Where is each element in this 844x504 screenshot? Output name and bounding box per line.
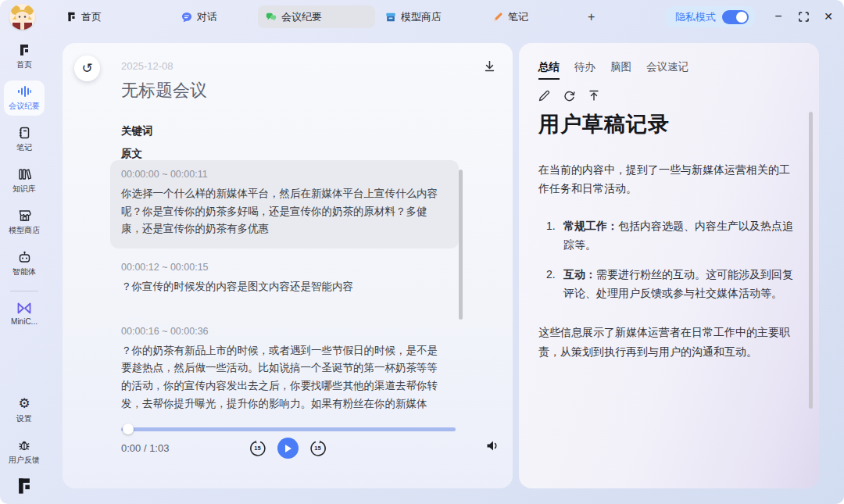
speaker-icon [486, 440, 499, 452]
plus-icon: + [588, 10, 595, 24]
sidebar-item-label: 知识库 [13, 184, 36, 195]
skip-forward-15-button[interactable]: 15 [309, 440, 327, 457]
sidebar-item-label: 首页 [16, 59, 32, 70]
player-controls: 15 15 [63, 438, 513, 459]
segment-text: 你选择一个什么样的新媒体平台，然后在新媒体平台上宣传什么内容呢？你是宣传你的奶茶… [121, 185, 448, 238]
summary-intro: 在当前的内容中，提到了一些与新媒体运营相关的工作任务和日常活动。 [538, 160, 798, 198]
topbar: 首页 对话 会议纪要 模型商店 [0, 0, 844, 33]
tab-model-store-label: 模型商店 [401, 10, 442, 24]
edit-pencil-icon [538, 90, 550, 102]
sidebar-item-label: 用户反馈 [9, 455, 40, 466]
sidebar-item-minicpm[interactable]: MiniC... [4, 298, 45, 330]
transcript-segment[interactable]: 00:00:16 ~ 00:00:36 ？你的奶茶有新品上市的时候，或者遇到一些… [110, 317, 459, 424]
summary-scrollbar[interactable] [809, 112, 813, 409]
list-item-body: 常规工作：包括内容选题、内容生产以及热点追踪等。 [563, 216, 798, 254]
download-button[interactable] [484, 60, 495, 73]
meeting-title[interactable]: 无标题会议 [121, 79, 207, 102]
original-text-label: 原文 [121, 147, 142, 161]
sidebar-item-meeting-notes[interactable]: 会议纪要 [4, 80, 45, 116]
sidebar-item-label: MiniC... [11, 317, 38, 326]
tab-home[interactable]: 首页 [59, 5, 109, 28]
list-item-label: 互动： [563, 268, 596, 281]
chat-bubble-icon [181, 12, 192, 23]
summary-list: 1. 常规工作：包括内容选题、内容生产以及热点追踪等。 2. 互动：需要进行粉丝… [538, 216, 798, 302]
sidebar-item-settings[interactable]: ⚙ 设置 [4, 392, 45, 428]
minicpm-bow-icon [17, 302, 31, 314]
toggle-knob [736, 12, 747, 23]
play-icon [284, 444, 292, 453]
transcript-segment[interactable]: 00:00:00 ~ 00:00:11 你选择一个什么样的新媒体平台，然后在新媒… [110, 160, 459, 248]
tab-mindmap[interactable]: 脑图 [610, 60, 631, 80]
tab-meeting-notes[interactable]: 会议纪要 [258, 5, 375, 28]
maximize-button[interactable] [792, 6, 814, 27]
sidebar-item-notes[interactable]: 笔记 [4, 122, 45, 157]
summary-tabs: 总结 待办 脑图 会议速记 [538, 60, 688, 80]
tab-shorthand[interactable]: 会议速记 [646, 60, 688, 80]
store-icon [385, 12, 396, 23]
robot-icon [18, 251, 31, 263]
tab-todo[interactable]: 待办 [574, 60, 595, 80]
tab-notes[interactable]: 笔记 [485, 5, 536, 28]
list-item-body: 互动：需要进行粉丝的互动。这可能涉及到回复评论、处理用户反馈或参与社交媒体活动等… [563, 265, 798, 302]
tab-summary[interactable]: 总结 [538, 60, 560, 80]
privacy-mode-label: 隐私模式 [675, 10, 716, 24]
segment-timestamp: 00:00:16 ~ 00:00:36 [121, 326, 448, 337]
tab-chat-label: 对话 [197, 10, 217, 24]
privacy-toggle[interactable] [722, 10, 749, 24]
sidebar-item-knowledge-base[interactable]: 知识库 [4, 163, 45, 198]
upload-icon [588, 90, 599, 102]
sidebar-item-model-store[interactable]: 模型商店 [4, 205, 45, 240]
sidebar-item-feedback[interactable]: 用户反馈 [4, 434, 45, 470]
tab-model-store[interactable]: 模型商店 [377, 5, 449, 28]
home-logo-icon [18, 44, 30, 56]
list-item: 1. 常规工作：包括内容选题、内容生产以及热点追踪等。 [546, 216, 798, 254]
brand-f-logo-icon [16, 477, 33, 495]
new-tab-button[interactable]: + [588, 5, 595, 28]
summary-panel: 总结 待办 脑图 会议速记 [519, 43, 819, 488]
meeting-date: 2025-12-08 [121, 60, 173, 72]
slider-thumb[interactable] [123, 424, 134, 434]
user-avatar[interactable] [9, 4, 35, 30]
close-button[interactable]: ✕ [817, 6, 839, 27]
sidebar: 首页 会议纪要 笔记 [0, 33, 48, 504]
skip-forward-arc-icon [309, 440, 327, 457]
maximize-icon [799, 12, 809, 22]
volume-button[interactable] [486, 440, 499, 452]
sidebar-item-label: 模型商店 [9, 225, 40, 236]
minimize-button[interactable]: − [767, 6, 789, 27]
sidebar-item-label: 智能体 [13, 266, 36, 277]
audio-progress-slider[interactable] [121, 427, 456, 431]
transcript-list: 00:00:00 ~ 00:00:11 你选择一个什么样的新媒体平台，然后在新媒… [110, 160, 459, 427]
privacy-mode-pill[interactable]: 隐私模式 [666, 6, 755, 27]
transcript-scrollbar[interactable] [459, 170, 463, 320]
transcript-segment[interactable]: 00:00:12 ~ 00:00:15 ？你宣传的时候发的内容是图文内容还是智能… [110, 253, 459, 306]
regenerate-button[interactable] [563, 90, 575, 102]
pencil-icon [492, 12, 503, 23]
tab-notes-label: 笔记 [508, 10, 528, 24]
summary-body: 在当前的内容中，提到了一些与新媒体运营相关的工作任务和日常活动。 1. 常规工作… [538, 160, 798, 361]
segment-text: ？你的奶茶有新品上市的时候，或者遇到一些节假日的时候，是不是要趁热点，然后做一些… [121, 342, 448, 413]
summary-heading: 用户草稿记录 [538, 110, 670, 138]
skip-back-15-button[interactable]: 15 [249, 440, 266, 457]
app-logo [16, 477, 33, 495]
sidebar-item-home[interactable]: 首页 [4, 39, 45, 74]
meeting-detail-panel: ↺ 2025-12-08 无标题会议 关键词 原文 00:00:00 ~ 00:… [63, 43, 513, 488]
sidebar-item-agents[interactable]: 智能体 [4, 246, 45, 281]
tab-chat[interactable]: 对话 [173, 5, 225, 28]
sidebar-item-label: 设置 [16, 413, 32, 424]
sidebar-item-label: 笔记 [16, 142, 32, 153]
download-icon [484, 60, 495, 73]
play-button[interactable] [277, 438, 299, 459]
gear-icon: ⚙ [18, 397, 30, 410]
segment-timestamp: 00:00:12 ~ 00:00:15 [121, 262, 448, 273]
home-logo-icon [66, 12, 77, 22]
tab-home-label: 首页 [81, 10, 102, 24]
list-item-number: 2. [546, 265, 563, 302]
close-icon: ✕ [824, 10, 833, 23]
export-button[interactable] [588, 90, 599, 102]
edit-button[interactable] [538, 90, 550, 102]
sidebar-divider [10, 291, 38, 291]
app-window: 首页 对话 会议纪要 模型商店 [0, 0, 844, 504]
list-item-number: 1. [546, 216, 563, 254]
back-button[interactable]: ↺ [74, 55, 100, 81]
